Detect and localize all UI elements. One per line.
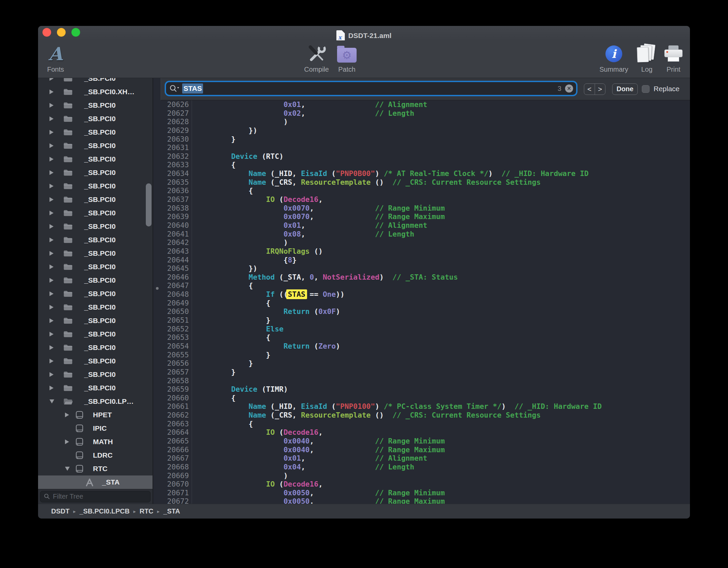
tree-row[interactable]: _SB.PCI0: [38, 126, 153, 139]
code-line[interactable]: 20647 {: [153, 281, 690, 290]
tree-row[interactable]: _SB.PCI0: [38, 287, 153, 300]
code-line[interactable]: 20662 Name (_CRS, ResourceTemplate () //…: [153, 411, 690, 420]
triangle-right-icon[interactable]: [49, 170, 54, 175]
code-line[interactable]: 20639 0x0070, // Range Maximum: [153, 212, 690, 221]
tree-row[interactable]: _SB.PCI0: [38, 341, 153, 354]
tree-row[interactable]: _SB.PCI0: [38, 274, 153, 287]
code-line[interactable]: 20650 Return (0x0F): [153, 307, 690, 316]
minimize-button[interactable]: [57, 28, 66, 37]
code-line[interactable]: 20663 {: [153, 420, 690, 428]
find-input[interactable]: STAS 3 ✕: [166, 82, 576, 95]
tree-row[interactable]: _SB.PCI0: [38, 112, 153, 126]
code-line[interactable]: 20629 }): [153, 126, 690, 135]
triangle-down-icon[interactable]: [65, 467, 70, 471]
code-line[interactable]: 20634 Name (_HID, EisaId ("PNP0B00") /* …: [153, 169, 690, 178]
tree-row[interactable]: _SB.PCI0: [38, 381, 153, 395]
code-line[interactable]: 20671 0x0050, // Range Minimum: [153, 489, 690, 497]
code-editor[interactable]: 20626 0x01, // Alignment20627 0x02, // L…: [153, 100, 690, 504]
tree-row[interactable]: _SB.PCI0.LP…: [38, 395, 153, 408]
breadcrumb-item[interactable]: _STA: [163, 507, 180, 515]
summary-button[interactable]: i Summary: [595, 43, 632, 77]
tree-row[interactable]: _SB.PCI0: [38, 99, 153, 112]
code-line[interactable]: 20646 Method (_STA, 0, NotSerialized) //…: [153, 273, 690, 282]
code-line[interactable]: 20654 Return (Zero): [153, 342, 690, 351]
triangle-right-icon[interactable]: [49, 130, 54, 135]
code-line[interactable]: 20631: [153, 143, 690, 152]
code-line[interactable]: 20628 ): [153, 117, 690, 126]
breadcrumb-item[interactable]: RTC: [139, 507, 153, 515]
triangle-right-icon[interactable]: [49, 224, 54, 229]
code-line[interactable]: 20641 0x08, // Length: [153, 230, 690, 239]
triangle-right-icon[interactable]: [49, 386, 54, 390]
tree-row[interactable]: _SB.PCI0: [38, 368, 153, 381]
tree-row[interactable]: MATH: [38, 435, 153, 449]
code-line[interactable]: 20649 {: [153, 299, 690, 308]
code-line[interactable]: 20661 Name (_HID, EisaId ("PNP0100") /* …: [153, 402, 690, 411]
code-line[interactable]: 20627 0x02, // Length: [153, 109, 690, 118]
triangle-right-icon[interactable]: [49, 238, 54, 242]
breadcrumb-item[interactable]: _SB.PCI0.LPCB: [79, 507, 130, 515]
code-line[interactable]: 20656 }: [153, 359, 690, 368]
code-line[interactable]: 20643 IRQNoFlags (): [153, 247, 690, 256]
triangle-right-icon[interactable]: [49, 345, 54, 350]
code-line[interactable]: 20659 Device (TIMR): [153, 385, 690, 394]
code-line[interactable]: 20665 0x0040, // Range Minimum: [153, 437, 690, 446]
code-line[interactable]: 20626 0x01, // Alignment: [153, 100, 690, 109]
code-line[interactable]: 20660 {: [153, 394, 690, 402]
triangle-right-icon[interactable]: [49, 278, 54, 283]
triangle-right-icon[interactable]: [49, 103, 54, 108]
print-button[interactable]: Print: [655, 43, 690, 77]
code-line[interactable]: 20633 {: [153, 161, 690, 169]
tree-row[interactable]: _SB.PCI0: [38, 260, 153, 274]
titlebar[interactable]: DSDT-21.aml: [38, 26, 690, 40]
triangle-right-icon[interactable]: [49, 78, 54, 81]
tree-row[interactable]: _SB.PCI0: [38, 220, 153, 233]
triangle-right-icon[interactable]: [65, 439, 69, 444]
fonts-button[interactable]: A Fonts: [38, 43, 74, 77]
tree-row[interactable]: _SB.PCI0: [38, 314, 153, 327]
code-line[interactable]: 20668 0x04, // Length: [153, 463, 690, 471]
zoom-button[interactable]: [71, 28, 80, 37]
code-line[interactable]: 20657 }: [153, 368, 690, 377]
code-line[interactable]: 20645 }): [153, 264, 690, 273]
triangle-right-icon[interactable]: [49, 264, 54, 269]
tree-row[interactable]: HPET: [38, 408, 153, 422]
code-line[interactable]: 20637 IO (Decode16,: [153, 195, 690, 204]
triangle-right-icon[interactable]: [49, 332, 54, 336]
clear-search-button[interactable]: ✕: [565, 84, 573, 93]
split-handle[interactable]: [156, 287, 159, 290]
tree-row[interactable]: _STA: [38, 475, 153, 489]
code-line[interactable]: 20630 }: [153, 135, 690, 144]
triangle-right-icon[interactable]: [49, 305, 54, 310]
code-line[interactable]: 20640 0x01, // Alignment: [153, 221, 690, 230]
triangle-right-icon[interactable]: [65, 413, 69, 417]
tree-row[interactable]: IPIC: [38, 422, 153, 435]
triangle-right-icon[interactable]: [49, 197, 54, 202]
tree-row[interactable]: _SB.PCI0: [38, 193, 153, 206]
triangle-right-icon[interactable]: [49, 211, 54, 215]
tree-row[interactable]: _SB.PCI0: [38, 327, 153, 341]
triangle-right-icon[interactable]: [49, 372, 54, 377]
code-line[interactable]: 20652 Else: [153, 325, 690, 333]
code-line[interactable]: 20666 0x0040, // Range Maximum: [153, 446, 690, 454]
done-button[interactable]: Done: [612, 83, 638, 95]
code-line[interactable]: 20658: [153, 377, 690, 385]
sidebar-scrollbar[interactable]: [146, 183, 152, 226]
triangle-right-icon[interactable]: [49, 143, 54, 148]
find-previous-button[interactable]: <: [584, 84, 595, 95]
code-line[interactable]: 20651 }: [153, 316, 690, 325]
find-next-button[interactable]: >: [595, 84, 605, 95]
triangle-right-icon[interactable]: [49, 116, 54, 121]
tree-row[interactable]: _SB.PCI0: [38, 179, 153, 193]
code-line[interactable]: 20635 Name (_CRS, ResourceTemplate () //…: [153, 178, 690, 187]
code-line[interactable]: 20653 {: [153, 333, 690, 342]
code-line[interactable]: 20667 0x01, // Alignment: [153, 454, 690, 463]
tree-row[interactable]: _SB.PCI0: [38, 206, 153, 220]
triangle-right-icon[interactable]: [49, 157, 54, 162]
triangle-down-icon[interactable]: [49, 399, 54, 403]
acpi-tree[interactable]: _SB.PCI0_SB.PCI0.XH…_SB.PCI0_SB.PCI0_SB.…: [38, 78, 153, 489]
tree-row[interactable]: _SB.PCI0: [38, 233, 153, 247]
code-line[interactable]: 20670 IO (Decode16,: [153, 480, 690, 489]
tree-row[interactable]: _SB.PCI0: [38, 152, 153, 166]
triangle-right-icon[interactable]: [49, 359, 54, 363]
